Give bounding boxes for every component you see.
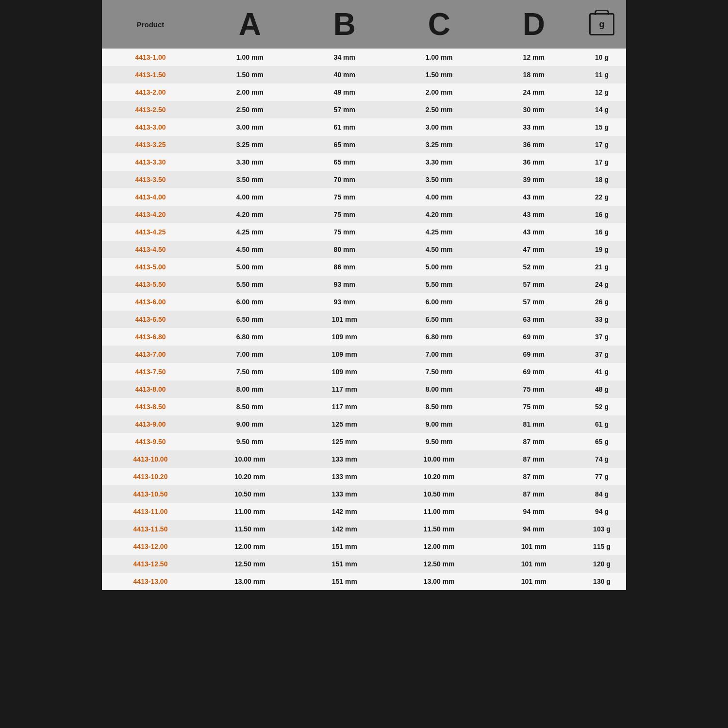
cell-c: 6.80 mm	[388, 328, 490, 346]
cell-b: 151 mm	[301, 573, 388, 590]
cell-a: 12.00 mm	[199, 538, 301, 555]
table-row: 4413-10.2010.20 mm133 mm10.20 mm87 mm77 …	[102, 468, 626, 485]
cell-a: 3.30 mm	[199, 153, 301, 171]
cell-a: 2.00 mm	[199, 83, 301, 101]
header-b: B	[301, 0, 388, 49]
cell-c: 10.50 mm	[388, 485, 490, 503]
cell-c: 1.50 mm	[388, 66, 490, 83]
table-row: 4413-3.503.50 mm70 mm3.50 mm39 mm18 g	[102, 171, 626, 188]
cell-c: 5.00 mm	[388, 258, 490, 276]
cell-product[interactable]: 4413-4.00	[102, 188, 199, 206]
cell-product[interactable]: 4413-6.00	[102, 293, 199, 311]
cell-d: 101 mm	[490, 538, 578, 555]
cell-d: 81 mm	[490, 415, 578, 433]
cell-b: 142 mm	[301, 503, 388, 520]
cell-product[interactable]: 4413-2.00	[102, 83, 199, 101]
cell-c: 11.50 mm	[388, 520, 490, 538]
cell-c: 8.50 mm	[388, 398, 490, 415]
weight-g-label: g	[599, 19, 605, 30]
main-table-container: Product A B C D g 4413-1.001.00 mm34 mm1…	[102, 0, 626, 590]
table-row: 4413-6.806.80 mm109 mm6.80 mm69 mm37 g	[102, 328, 626, 346]
cell-product[interactable]: 4413-3.30	[102, 153, 199, 171]
cell-c: 8.00 mm	[388, 381, 490, 398]
cell-weight: 26 g	[578, 293, 626, 311]
cell-product[interactable]: 4413-9.00	[102, 415, 199, 433]
cell-product[interactable]: 4413-13.00	[102, 573, 199, 590]
cell-weight: 48 g	[578, 381, 626, 398]
cell-product[interactable]: 4413-8.00	[102, 381, 199, 398]
cell-d: 18 mm	[490, 66, 578, 83]
cell-product[interactable]: 4413-5.50	[102, 276, 199, 293]
cell-product[interactable]: 4413-6.50	[102, 311, 199, 328]
cell-product[interactable]: 4413-3.25	[102, 136, 199, 153]
cell-b: 101 mm	[301, 311, 388, 328]
header-d: D	[490, 0, 578, 49]
cell-d: 24 mm	[490, 83, 578, 101]
cell-product[interactable]: 4413-8.50	[102, 398, 199, 415]
cell-product[interactable]: 4413-11.00	[102, 503, 199, 520]
cell-a: 1.50 mm	[199, 66, 301, 83]
cell-a: 1.00 mm	[199, 49, 301, 66]
cell-a: 8.50 mm	[199, 398, 301, 415]
cell-product[interactable]: 4413-9.50	[102, 433, 199, 450]
cell-product[interactable]: 4413-12.50	[102, 555, 199, 573]
cell-d: 87 mm	[490, 433, 578, 450]
cell-weight: 84 g	[578, 485, 626, 503]
cell-b: 109 mm	[301, 328, 388, 346]
cell-d: 57 mm	[490, 293, 578, 311]
cell-weight: 21 g	[578, 258, 626, 276]
table-row: 4413-4.004.00 mm75 mm4.00 mm43 mm22 g	[102, 188, 626, 206]
cell-weight: 65 g	[578, 433, 626, 450]
cell-b: 75 mm	[301, 206, 388, 223]
cell-weight: 18 g	[578, 171, 626, 188]
cell-weight: 37 g	[578, 328, 626, 346]
cell-product[interactable]: 4413-3.50	[102, 171, 199, 188]
cell-c: 12.50 mm	[388, 555, 490, 573]
cell-product[interactable]: 4413-4.50	[102, 241, 199, 258]
cell-product[interactable]: 4413-7.50	[102, 363, 199, 381]
cell-product[interactable]: 4413-6.80	[102, 328, 199, 346]
cell-b: 65 mm	[301, 153, 388, 171]
cell-a: 12.50 mm	[199, 555, 301, 573]
cell-weight: 11 g	[578, 66, 626, 83]
cell-c: 7.50 mm	[388, 363, 490, 381]
cell-product[interactable]: 4413-1.00	[102, 49, 199, 66]
cell-weight: 15 g	[578, 118, 626, 136]
cell-product[interactable]: 4413-5.00	[102, 258, 199, 276]
cell-product[interactable]: 4413-11.50	[102, 520, 199, 538]
cell-product[interactable]: 4413-10.50	[102, 485, 199, 503]
cell-b: 75 mm	[301, 223, 388, 241]
cell-a: 7.00 mm	[199, 346, 301, 363]
cell-product[interactable]: 4413-7.00	[102, 346, 199, 363]
cell-product[interactable]: 4413-4.20	[102, 206, 199, 223]
cell-weight: 10 g	[578, 49, 626, 66]
cell-d: 69 mm	[490, 363, 578, 381]
cell-product[interactable]: 4413-4.25	[102, 223, 199, 241]
cell-b: 117 mm	[301, 381, 388, 398]
cell-product[interactable]: 4413-10.20	[102, 468, 199, 485]
table-header-row: Product A B C D g	[102, 0, 626, 49]
cell-product[interactable]: 4413-1.50	[102, 66, 199, 83]
cell-weight: 16 g	[578, 223, 626, 241]
table-row: 4413-5.505.50 mm93 mm5.50 mm57 mm24 g	[102, 276, 626, 293]
cell-c: 9.00 mm	[388, 415, 490, 433]
cell-b: 133 mm	[301, 450, 388, 468]
cell-c: 6.50 mm	[388, 311, 490, 328]
cell-a: 13.00 mm	[199, 573, 301, 590]
cell-product[interactable]: 4413-3.00	[102, 118, 199, 136]
cell-b: 49 mm	[301, 83, 388, 101]
cell-a: 6.50 mm	[199, 311, 301, 328]
cell-weight: 77 g	[578, 468, 626, 485]
table-row: 4413-6.006.00 mm93 mm6.00 mm57 mm26 g	[102, 293, 626, 311]
cell-c: 13.00 mm	[388, 573, 490, 590]
cell-a: 3.00 mm	[199, 118, 301, 136]
cell-d: 101 mm	[490, 555, 578, 573]
cell-b: 57 mm	[301, 101, 388, 118]
cell-product[interactable]: 4413-10.00	[102, 450, 199, 468]
cell-a: 7.50 mm	[199, 363, 301, 381]
cell-c: 9.50 mm	[388, 433, 490, 450]
cell-product[interactable]: 4413-2.50	[102, 101, 199, 118]
cell-b: 61 mm	[301, 118, 388, 136]
cell-a: 4.50 mm	[199, 241, 301, 258]
cell-product[interactable]: 4413-12.00	[102, 538, 199, 555]
